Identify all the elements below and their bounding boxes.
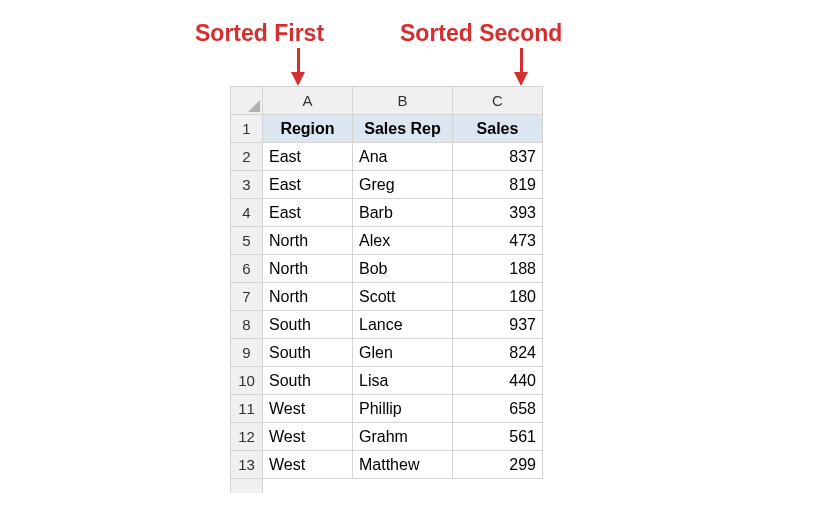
cell-C7[interactable]: 180 <box>453 283 543 311</box>
col-header-A[interactable]: A <box>263 87 353 115</box>
row-header[interactable]: 8 <box>231 311 263 339</box>
table-row: 1RegionSales RepSales <box>231 115 543 143</box>
cell-B3[interactable]: Greg <box>353 171 453 199</box>
row-header[interactable]: 1 <box>231 115 263 143</box>
table-row: 11WestPhillip658 <box>231 395 543 423</box>
cell-C14[interactable] <box>453 479 543 493</box>
table-row: 7NorthScott180 <box>231 283 543 311</box>
row-header[interactable]: 7 <box>231 283 263 311</box>
row-header[interactable]: 3 <box>231 171 263 199</box>
cell-A6[interactable]: North <box>263 255 353 283</box>
table-row: 12WestGrahm561 <box>231 423 543 451</box>
cell-B4[interactable]: Barb <box>353 199 453 227</box>
row-header[interactable] <box>231 479 263 493</box>
cell-C9[interactable]: 824 <box>453 339 543 367</box>
label-sorted-second: Sorted Second <box>400 20 562 47</box>
cell-A3[interactable]: East <box>263 171 353 199</box>
row-header[interactable]: 5 <box>231 227 263 255</box>
row-header[interactable]: 9 <box>231 339 263 367</box>
cell-A7[interactable]: North <box>263 283 353 311</box>
col-header-B[interactable]: B <box>353 87 453 115</box>
cell-B1[interactable]: Sales Rep <box>353 115 453 143</box>
cell-A9[interactable]: South <box>263 339 353 367</box>
row-header[interactable]: 11 <box>231 395 263 423</box>
table-row: 4EastBarb393 <box>231 199 543 227</box>
table-row: 9SouthGlen824 <box>231 339 543 367</box>
table-row: 13WestMatthew299 <box>231 451 543 479</box>
arrow-first-head <box>291 72 305 86</box>
cell-C5[interactable]: 473 <box>453 227 543 255</box>
table-row: 8SouthLance937 <box>231 311 543 339</box>
table-row: 10SouthLisa440 <box>231 367 543 395</box>
cell-B5[interactable]: Alex <box>353 227 453 255</box>
cell-B13[interactable]: Matthew <box>353 451 453 479</box>
cell-A10[interactable]: South <box>263 367 353 395</box>
arrow-first <box>297 48 300 74</box>
cell-B11[interactable]: Phillip <box>353 395 453 423</box>
cell-C2[interactable]: 837 <box>453 143 543 171</box>
cell-C1[interactable]: Sales <box>453 115 543 143</box>
cell-A12[interactable]: West <box>263 423 353 451</box>
row-header[interactable]: 10 <box>231 367 263 395</box>
cell-C13[interactable]: 299 <box>453 451 543 479</box>
cell-C10[interactable]: 440 <box>453 367 543 395</box>
arrow-second <box>520 48 523 74</box>
cell-B2[interactable]: Ana <box>353 143 453 171</box>
cell-B14[interactable] <box>353 479 453 493</box>
cell-A4[interactable]: East <box>263 199 353 227</box>
cell-B7[interactable]: Scott <box>353 283 453 311</box>
cell-C11[interactable]: 658 <box>453 395 543 423</box>
cell-A14[interactable] <box>263 479 353 493</box>
cell-B6[interactable]: Bob <box>353 255 453 283</box>
col-header-C[interactable]: C <box>453 87 543 115</box>
row-header[interactable]: 6 <box>231 255 263 283</box>
cell-A5[interactable]: North <box>263 227 353 255</box>
table-row: 6NorthBob188 <box>231 255 543 283</box>
table-row <box>231 479 543 493</box>
select-all-corner[interactable] <box>231 87 263 115</box>
row-header[interactable]: 4 <box>231 199 263 227</box>
arrow-second-head <box>514 72 528 86</box>
spreadsheet[interactable]: A B C 1RegionSales RepSales2EastAna8373E… <box>230 86 543 493</box>
cell-A8[interactable]: South <box>263 311 353 339</box>
cell-C8[interactable]: 937 <box>453 311 543 339</box>
table-row: 3EastGreg819 <box>231 171 543 199</box>
row-header[interactable]: 13 <box>231 451 263 479</box>
table-row: 5NorthAlex473 <box>231 227 543 255</box>
cell-B10[interactable]: Lisa <box>353 367 453 395</box>
cell-B12[interactable]: Grahm <box>353 423 453 451</box>
cell-C3[interactable]: 819 <box>453 171 543 199</box>
cell-C6[interactable]: 188 <box>453 255 543 283</box>
label-sorted-first: Sorted First <box>195 20 324 47</box>
cell-C12[interactable]: 561 <box>453 423 543 451</box>
row-header[interactable]: 2 <box>231 143 263 171</box>
cell-A13[interactable]: West <box>263 451 353 479</box>
cell-A1[interactable]: Region <box>263 115 353 143</box>
cell-C4[interactable]: 393 <box>453 199 543 227</box>
table-row: 2EastAna837 <box>231 143 543 171</box>
cell-A2[interactable]: East <box>263 143 353 171</box>
cell-B9[interactable]: Glen <box>353 339 453 367</box>
row-header[interactable]: 12 <box>231 423 263 451</box>
cell-B8[interactable]: Lance <box>353 311 453 339</box>
cell-A11[interactable]: West <box>263 395 353 423</box>
